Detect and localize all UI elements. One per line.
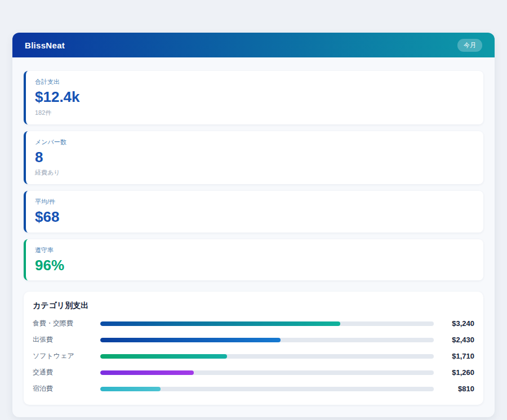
- stat-card-average-per-item: 平均/件 $68: [24, 191, 483, 233]
- bar-track: [100, 387, 434, 391]
- app-header: BlissNeat 今月: [12, 33, 495, 57]
- bar-track: [100, 321, 434, 326]
- chart-row-food-entertainment: 食費・交際費 $3,240: [33, 319, 474, 328]
- category-value: $3,240: [434, 319, 474, 328]
- stat-value: $68: [35, 209, 474, 225]
- stat-value: $12.4k: [35, 89, 474, 105]
- bar-track: [100, 370, 434, 375]
- category-value: $810: [434, 385, 474, 393]
- bar-fill: [100, 338, 281, 342]
- bar-fill: [100, 370, 194, 375]
- app-title: BlissNeat: [25, 41, 65, 50]
- bar-fill: [100, 387, 161, 391]
- period-badge[interactable]: 今月: [457, 39, 482, 52]
- category-label: 食費・交際費: [33, 319, 100, 328]
- chart-row-business-trip: 出張費 $2,430: [33, 335, 474, 345]
- category-value: $2,430: [434, 336, 474, 344]
- category-label: ソフトウェア: [33, 351, 100, 361]
- stat-card-compliance-rate: 遵守率 96%: [24, 239, 483, 281]
- category-label: 宿泊費: [33, 384, 100, 394]
- dashboard-content: 合計支出 $12.4k 182件 メンバー数 8 経費あり 平均/件 $68 遵…: [12, 57, 495, 417]
- stat-label: メンバー数: [35, 138, 474, 146]
- chart-row-lodging: 宿泊費 $810: [33, 384, 474, 394]
- category-label: 交通費: [33, 368, 100, 377]
- bar-track: [100, 338, 434, 342]
- category-label: 出張費: [33, 335, 100, 345]
- stat-subtext: 182件: [35, 109, 474, 117]
- chart-row-software: ソフトウェア $1,710: [33, 351, 474, 361]
- chart-row-transportation: 交通費 $1,260: [33, 368, 474, 377]
- dashboard-card: BlissNeat 今月 合計支出 $12.4k 182件 メンバー数 8 経費…: [12, 33, 495, 417]
- bar-track: [100, 354, 434, 359]
- stat-label: 遵守率: [35, 246, 474, 254]
- category-value: $1,260: [434, 368, 474, 377]
- category-spend-panel: カテゴリ別支出 食費・交際費 $3,240 出張費 $2,430: [24, 292, 483, 405]
- stat-label: 合計支出: [35, 78, 474, 86]
- bar-fill: [100, 354, 227, 359]
- stat-label: 平均/件: [35, 198, 474, 206]
- bar-chart: 食費・交際費 $3,240 出張費 $2,430 ソフトウェア: [33, 319, 474, 394]
- category-value: $1,710: [434, 352, 474, 360]
- stat-value: 96%: [35, 257, 474, 274]
- stat-card-total-spend: 合計支出 $12.4k 182件: [24, 71, 483, 124]
- chart-title: カテゴリ別支出: [33, 301, 474, 311]
- stat-subtext: 経費あり: [35, 168, 474, 177]
- bar-fill: [100, 321, 340, 326]
- stat-value: 8: [35, 149, 474, 166]
- stat-card-member-count: メンバー数 8 経費あり: [24, 131, 483, 185]
